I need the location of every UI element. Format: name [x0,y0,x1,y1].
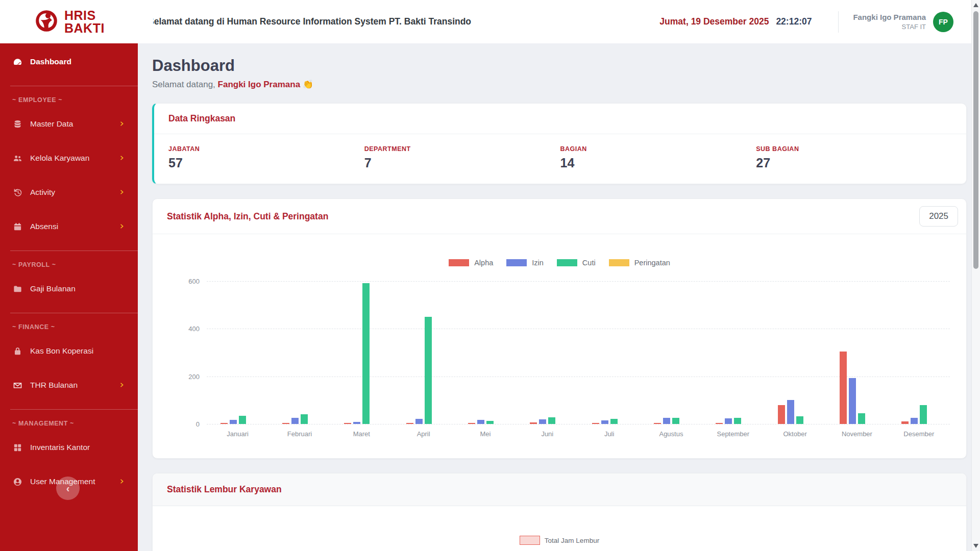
topbar: Selamat datang di Human Resource Informa… [138,0,980,43]
year-select[interactable]: 2025 [919,206,958,227]
bar-alpha-juli [592,423,599,424]
year-select-value: 2025 [929,211,948,221]
user-name: Fangki Igo Pramana [853,12,926,22]
stat-value: 7 [364,156,560,170]
stat-label: DEPARTMENT [364,145,560,153]
sidebar-section-label: ~ MANAGEMENT ~ [0,420,138,427]
summary-card-title: Data Ringkasan [154,104,966,134]
legend-entry-cuti[interactable]: Cuti [557,259,596,267]
month-col-januari: Januari [207,281,268,424]
stat-value: 27 [756,156,952,170]
stat-value: 14 [560,156,756,170]
y-tick-600: 600 [188,278,200,285]
avatar[interactable]: FP [933,12,953,32]
x-tick-januari: Januari [207,430,268,438]
stat-label: BAGIAN [560,145,756,153]
lock-icon [12,346,22,356]
stat-sub-bagian: SUB BAGIAN27 [756,145,952,170]
legend-entry-peringatan[interactable]: Peringatan [609,259,670,267]
legend-entry-alpha[interactable]: Alpha [449,259,493,267]
legend-entry-izin[interactable]: Izin [506,259,544,267]
bar-alpha-november [840,352,847,424]
greeting-name: Fangki Igo Pramana [218,80,301,89]
stat-jabatan: JABATAN57 [168,145,364,170]
chevron-right-icon [118,120,127,128]
bar-izin-februari [291,418,299,424]
user-menu[interactable]: Fangki Igo Pramana STAF IT [853,12,926,32]
app-root: HRISBAKTI Dashboard~ EMPLOYEE ~Master Da… [0,0,980,551]
month-col-juli: Juli [578,281,640,424]
logo[interactable]: HRISBAKTI [0,0,138,43]
chart-card-header: Statistik Alpha, Izin, Cuti & Peringatan… [153,199,966,234]
bar-izin-agustus [663,418,670,424]
chart-card-title: Statistik Alpha, Izin, Cuti & Peringatan [167,211,328,222]
bar-alpha-juni [530,422,537,424]
main-area: Selamat datang di Human Resource Informa… [138,0,980,551]
bar-cuti-oktober [796,416,803,424]
sidebar-item-absensi[interactable]: Absensi [5,216,132,237]
bar-cuti-april [425,317,432,424]
sidebar-item-gaji-bulanan[interactable]: Gaji Bulanan [5,279,132,299]
bar-cuti-februari [301,414,308,424]
month-col-maret: Maret [331,281,393,424]
sidebar-divider [10,409,138,410]
sidebar-item-thr-bulanan[interactable]: THR Bulanan [5,375,132,395]
month-col-juni: Juni [517,281,578,424]
bar-alpha-maret [344,423,351,424]
bar-izin-desember [911,418,918,424]
bar-cuti-januari [239,416,246,424]
bar-izin-oktober [787,400,794,424]
x-tick-november: November [826,430,888,438]
sidebar-section-label: ~ FINANCE ~ [0,323,138,331]
sidebar-item-label: THR Bulanan [30,381,118,390]
greeting-prefix: Selamat datang, [152,80,215,89]
bar-cuti-september [734,418,741,424]
scrollbar-up-arrow[interactable] [973,3,978,7]
x-tick-mei: Mei [454,430,516,438]
legend-swatch [609,259,629,266]
bar-cuti-november [858,413,865,424]
month-col-oktober: Oktober [764,281,826,424]
header-divider [838,11,839,33]
bar-cuti-mei [486,421,494,424]
sidebar-item-label: Activity [30,188,118,197]
bar-izin-november [849,378,856,424]
sidebar-item-master-data[interactable]: Master Data [5,114,132,134]
y-tick-400: 400 [188,325,200,333]
month-col-agustus: Agustus [640,281,702,424]
summary-stats: JABATAN57DEPARTMENT7BAGIAN14SUB BAGIAN27 [154,134,966,184]
sidebar-item-label: Master Data [30,119,118,129]
scrollbar[interactable] [971,0,980,551]
user-circle-icon [12,477,22,487]
sidebar-item-kelola-karyawan[interactable]: Kelola Karyawan [5,148,132,168]
sidebar-item-label: Inventaris Kantor [30,443,132,452]
legend-swatch [557,259,577,266]
bar-alpha-april [406,423,413,424]
stat-label: SUB BAGIAN [756,145,952,153]
stat-department: DEPARTMENT7 [364,145,560,170]
bar-izin-september [725,418,732,424]
sidebar-item-activity[interactable]: Activity [5,182,132,203]
gauge-icon [12,57,22,67]
sidebar-collapse-button[interactable]: ‹ [56,477,80,500]
scrollbar-thumb[interactable] [973,11,978,269]
sidebar-nav: Dashboard~ EMPLOYEE ~Master DataKelola K… [0,43,138,492]
sidebar-item-label: Kas Bon Koperasi [30,346,132,356]
bar-alpha-oktober [778,405,785,424]
sidebar-section-label: ~ EMPLOYEE ~ [0,96,138,104]
users-icon [12,153,22,163]
sidebar-item-dashboard[interactable]: Dashboard [5,52,132,72]
sidebar-item-kas-bon-koperasi[interactable]: Kas Bon Koperasi [5,341,132,361]
x-tick-maret: Maret [331,430,393,438]
sidebar-section-label: ~ PAYROLL ~ [0,261,138,268]
month-col-november: November [826,281,888,424]
x-tick-oktober: Oktober [764,430,826,438]
month-col-februari: Februari [268,281,330,424]
sidebar-item-inventaris-kantor[interactable]: Inventaris Kantor [5,437,132,458]
x-tick-juni: Juni [517,430,578,438]
x-tick-desember: Desember [888,430,950,438]
bar-cuti-juli [610,419,618,424]
scrollbar-down-arrow[interactable] [973,544,978,548]
bar-izin-maret [353,422,360,424]
x-tick-september: September [702,430,764,438]
